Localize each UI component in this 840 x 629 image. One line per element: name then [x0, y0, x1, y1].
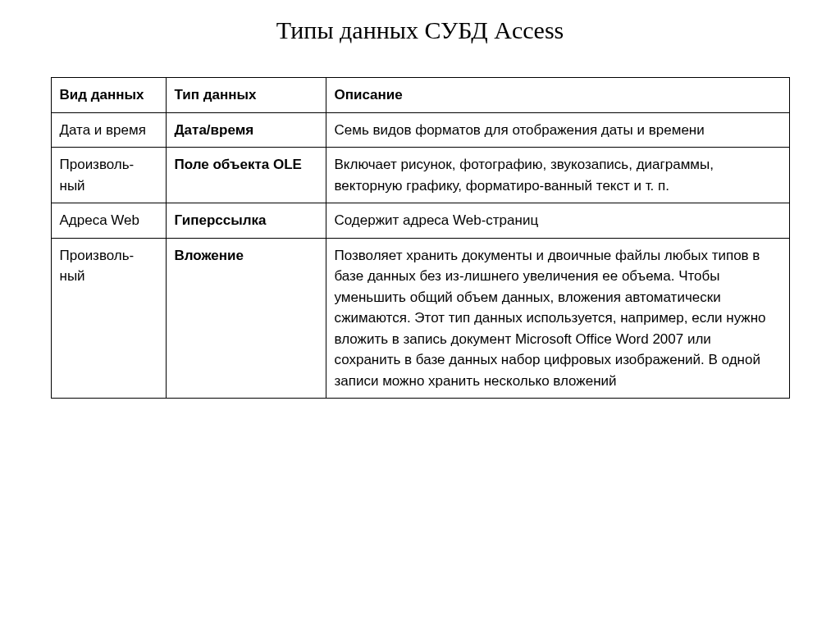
header-desc: Описание — [326, 78, 789, 113]
data-types-table: Вид данных Тип данных Описание Дата и вр… — [51, 77, 790, 399]
header-kind: Вид данных — [51, 78, 166, 113]
header-type: Тип данных — [166, 78, 326, 113]
table-row: Произволь-ный Вложение Позволяет хранить… — [51, 238, 789, 399]
table-header-row: Вид данных Тип данных Описание — [51, 78, 789, 113]
table-row: Адреса Web Гиперссылка Содержит адреса W… — [51, 203, 789, 239]
cell-desc: Включает рисунок, фотографию, звукозапис… — [326, 148, 789, 203]
table-row: Дата и время Дата/время Семь видов форма… — [51, 112, 789, 148]
cell-desc: Содержит адреса Web-страниц — [326, 203, 789, 239]
cell-desc: Семь видов форматов для отображения даты… — [326, 112, 789, 148]
cell-type: Поле объекта OLE — [166, 148, 326, 203]
cell-kind: Адреса Web — [51, 203, 166, 239]
cell-type: Гиперссылка — [166, 203, 326, 239]
cell-kind: Дата и время — [51, 112, 166, 148]
cell-desc: Позволяет хранить документы и двоичные ф… — [326, 238, 789, 399]
cell-type: Вложение — [166, 238, 326, 399]
cell-kind: Произволь-ный — [51, 148, 166, 203]
cell-kind: Произволь-ный — [51, 238, 166, 399]
page-title: Типы данных СУБД Access — [0, 16, 840, 44]
cell-type: Дата/время — [166, 112, 326, 148]
table-row: Произволь-ный Поле объекта OLE Включает … — [51, 148, 789, 203]
